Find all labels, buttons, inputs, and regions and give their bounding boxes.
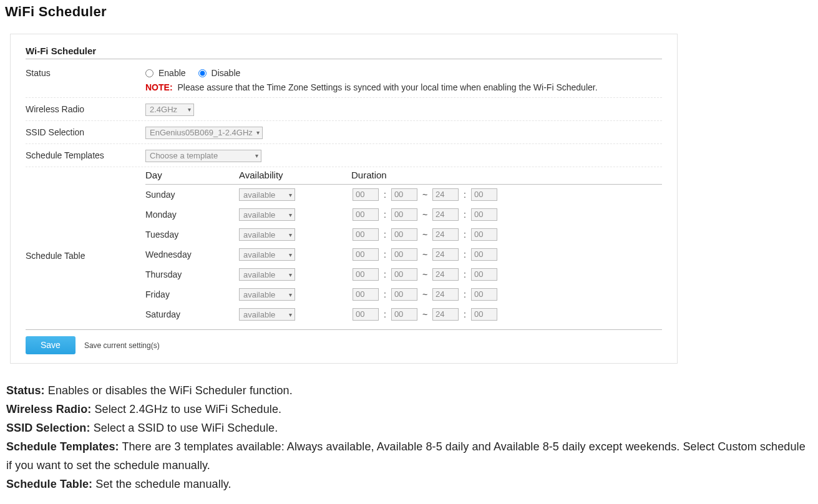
save-button[interactable]: Save — [26, 336, 75, 354]
wireless-radio-row: Wireless Radio 2.4GHz ▾ — [26, 98, 662, 121]
colon-separator: : — [464, 230, 466, 240]
start-hour-input[interactable]: 00 — [353, 208, 379, 221]
wireless-radio-value: 2.4GHz — [150, 102, 177, 117]
duration-cell: 00:00~24:00 — [351, 208, 662, 221]
end-hour-input[interactable]: 24 — [432, 228, 459, 241]
ssid-selection-select[interactable]: EnGenius05B069_1-2.4GHz ▾ — [145, 127, 263, 139]
status-label: Status — [26, 65, 145, 80]
schedule-templates-row: Schedule Templates Choose a template ▾ — [26, 144, 662, 167]
schedule-row: Thursdayavailable▾00:00~24:00 — [145, 264, 662, 284]
desc-templates-term: Schedule Templates: — [6, 440, 119, 453]
desc-ssid: SSID Selection: Select a SSID to use WiF… — [6, 419, 813, 437]
availability-select[interactable]: available▾ — [239, 268, 295, 281]
start-minute-input[interactable]: 00 — [391, 228, 417, 241]
wifi-scheduler-panel: Wi-Fi Scheduler Status Enable Disable NO… — [10, 34, 678, 364]
start-minute-input[interactable]: 00 — [391, 208, 417, 221]
tilde-separator: ~ — [422, 269, 427, 279]
schedule-day: Thursday — [145, 267, 239, 282]
availability-select[interactable]: available▾ — [239, 248, 295, 261]
end-hour-input[interactable]: 24 — [432, 288, 459, 301]
desc-status-term: Status: — [6, 384, 45, 397]
availability-select[interactable]: available▾ — [239, 188, 295, 201]
chevron-down-icon: ▾ — [289, 271, 292, 278]
start-minute-input[interactable]: 00 — [391, 248, 417, 261]
ssid-selection-value: EnGenius05B069_1-2.4GHz — [150, 125, 253, 140]
desc-wireless-text: Select 2.4GHz to use WiFi Schedule. — [91, 403, 281, 415]
start-hour-input[interactable]: 00 — [353, 188, 379, 201]
schedule-row: Wednesdayavailable▾00:00~24:00 — [145, 245, 662, 264]
disable-radio-label[interactable]: Disable — [212, 65, 241, 80]
desc-templates-text: There are 3 templates available: Always … — [6, 440, 806, 472]
start-hour-input[interactable]: 00 — [353, 308, 379, 321]
colon-separator: : — [384, 190, 386, 200]
status-value: Enable Disable NOTE: Please assure that … — [145, 65, 662, 94]
col-day-header: Day — [145, 170, 239, 180]
duration-cell: 00:00~24:00 — [351, 228, 662, 241]
description-block: Status: Enables or disables the WiFi Sch… — [5, 381, 813, 493]
end-minute-input[interactable]: 00 — [471, 268, 497, 281]
availability-value: available — [243, 290, 275, 299]
schedule-row: Sundayavailable▾00:00~24:00 — [145, 185, 662, 205]
end-hour-input[interactable]: 24 — [432, 308, 459, 321]
note-text: Please assure that the Time Zone Setting… — [177, 82, 597, 92]
start-minute-input[interactable]: 00 — [391, 288, 417, 301]
duration-cell: 00:00~24:00 — [351, 268, 662, 281]
schedule-templates-select[interactable]: Choose a template ▾ — [145, 150, 261, 162]
tilde-separator: ~ — [422, 230, 427, 240]
tilde-separator: ~ — [422, 309, 427, 319]
end-minute-input[interactable]: 00 — [471, 208, 497, 221]
end-minute-input[interactable]: 00 — [471, 228, 497, 241]
chevron-down-icon: ▾ — [289, 191, 292, 198]
desc-wireless: Wireless Radio: Select 2.4GHz to use WiF… — [6, 400, 813, 419]
desc-status: Status: Enables or disables the WiFi Sch… — [6, 381, 813, 400]
chevron-down-icon: ▾ — [255, 148, 258, 163]
end-minute-input[interactable]: 00 — [471, 288, 497, 301]
availability-value: available — [243, 190, 275, 200]
wireless-radio-label: Wireless Radio — [26, 102, 145, 117]
disable-radio[interactable] — [198, 69, 207, 77]
tilde-separator: ~ — [422, 289, 427, 299]
wireless-radio-select[interactable]: 2.4GHz ▾ — [145, 104, 194, 116]
start-hour-input[interactable]: 00 — [353, 248, 379, 261]
schedule-row: Saturdayavailable▾00:00~24:00 — [145, 304, 662, 324]
end-minute-input[interactable]: 00 — [471, 308, 497, 321]
desc-table-text: Set the schedule manually. — [92, 478, 231, 490]
schedule-day: Sunday — [145, 187, 239, 202]
schedule-row: Fridayavailable▾00:00~24:00 — [145, 284, 662, 304]
start-minute-input[interactable]: 00 — [391, 308, 417, 321]
chevron-down-icon: ▾ — [256, 125, 260, 140]
end-hour-input[interactable]: 24 — [432, 268, 459, 281]
availability-value: available — [243, 250, 275, 259]
enable-radio-label[interactable]: Enable — [158, 65, 186, 80]
end-minute-input[interactable]: 00 — [471, 248, 497, 261]
chevron-down-icon: ▾ — [289, 291, 292, 298]
start-minute-input[interactable]: 00 — [391, 188, 417, 201]
desc-table-term: Schedule Table: — [6, 478, 92, 490]
col-availability-header: Availability — [239, 170, 351, 180]
end-hour-input[interactable]: 24 — [432, 248, 459, 261]
desc-status-text: Enables or disables the WiFi Scheduler f… — [45, 384, 293, 397]
availability-select[interactable]: available▾ — [239, 208, 295, 221]
start-hour-input[interactable]: 00 — [353, 288, 379, 301]
colon-separator: : — [384, 289, 386, 299]
availability-select[interactable]: available▾ — [239, 288, 295, 301]
end-minute-input[interactable]: 00 — [471, 188, 497, 201]
chevron-down-icon: ▾ — [289, 231, 292, 238]
duration-cell: 00:00~24:00 — [351, 248, 662, 261]
chevron-down-icon: ▾ — [289, 251, 292, 258]
ssid-selection-row: SSID Selection EnGenius05B069_1-2.4GHz ▾ — [26, 121, 662, 144]
colon-separator: : — [384, 269, 386, 279]
availability-select[interactable]: available▾ — [239, 308, 295, 321]
enable-radio[interactable] — [145, 69, 153, 77]
colon-separator: : — [384, 250, 386, 259]
desc-table: Schedule Table: Set the schedule manuall… — [6, 475, 813, 493]
availability-select[interactable]: available▾ — [239, 228, 295, 241]
page-title: WiFi Scheduler — [5, 4, 813, 20]
colon-separator: : — [464, 210, 466, 220]
end-hour-input[interactable]: 24 — [432, 188, 459, 201]
start-hour-input[interactable]: 00 — [353, 228, 379, 241]
start-minute-input[interactable]: 00 — [391, 268, 417, 281]
start-hour-input[interactable]: 00 — [353, 268, 379, 281]
duration-cell: 00:00~24:00 — [351, 188, 662, 201]
end-hour-input[interactable]: 24 — [432, 208, 459, 221]
